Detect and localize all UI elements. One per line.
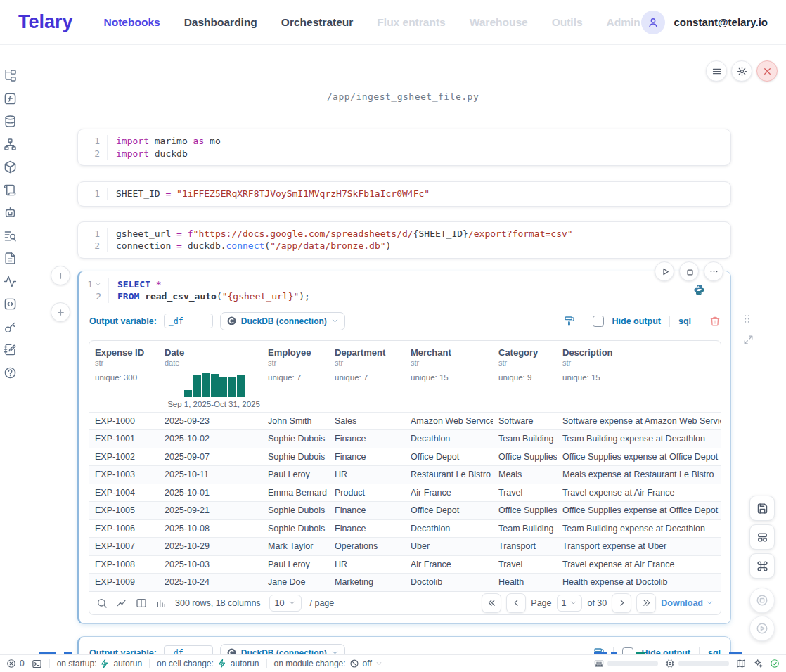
page-number-select[interactable]: 1 bbox=[557, 595, 583, 612]
table-row[interactable]: EXP-10082025-10-03Paul LeroyHRAir France… bbox=[89, 555, 721, 574]
file-tree-icon bbox=[4, 69, 17, 82]
add-cell-below-button[interactable] bbox=[51, 302, 70, 322]
first-page-button[interactable] bbox=[482, 593, 501, 613]
chevron-down-icon bbox=[288, 599, 296, 607]
sidebar-item-help-circle[interactable] bbox=[4, 366, 17, 380]
error-counter[interactable]: 0 bbox=[6, 659, 25, 668]
code-cell-imports[interactable]: 12import marimo as moimport duckdb bbox=[77, 129, 731, 166]
save-notebook-button[interactable] bbox=[749, 496, 775, 521]
split-panel-icon[interactable] bbox=[136, 597, 147, 609]
on-cell-change-setting[interactable]: on cell change: autorun bbox=[157, 659, 259, 668]
ram-usage[interactable] bbox=[594, 659, 658, 668]
sidebar-item-scroll[interactable] bbox=[4, 183, 17, 197]
top-nav: Telary NotebooksDashboardingOrchestrateu… bbox=[0, 0, 786, 45]
run-cell-button[interactable] bbox=[655, 261, 674, 281]
user-menu[interactable]: constant@telary.io bbox=[641, 11, 768, 34]
connection-status[interactable] bbox=[770, 659, 780, 668]
sidebar-item-notebook-pen[interactable] bbox=[4, 343, 17, 356]
cpu-icon bbox=[665, 659, 675, 668]
run-all-button[interactable] bbox=[749, 616, 775, 641]
code-editor[interactable]: 1SHEET_ID = "1iFFEZ5ERqXRF8TJVoySmI1MVqr… bbox=[78, 182, 730, 206]
sidebar-item-function-square[interactable] bbox=[4, 92, 17, 105]
dataframe-table: Expense IDstrunique: 300DatedateSep 1, 2… bbox=[89, 340, 721, 615]
on-module-change-setting[interactable]: on module change: off bbox=[274, 659, 382, 668]
on-startup-setting[interactable]: on startup: autorun bbox=[57, 659, 142, 668]
table-header: Expense IDstrunique: 300DatedateSep 1, 2… bbox=[89, 341, 721, 412]
table-row[interactable]: EXP-10012025-10-02Sophie DuboisFinanceDe… bbox=[89, 429, 721, 448]
search-icon[interactable] bbox=[96, 597, 108, 609]
command-palette-button[interactable] bbox=[749, 553, 775, 579]
cell-more-button[interactable] bbox=[704, 261, 723, 281]
code-editor[interactable]: 12gsheet_url = f"https://docs.google.com… bbox=[78, 222, 730, 258]
sidebar-item-key[interactable] bbox=[4, 321, 17, 334]
table-row[interactable]: EXP-10052025-09-21Sophie DuboisFinanceOf… bbox=[89, 501, 721, 519]
next-page-button[interactable] bbox=[612, 593, 631, 613]
column-header-employee[interactable]: Employeestrunique: 7 bbox=[262, 347, 329, 408]
chart-line-icon[interactable] bbox=[116, 597, 127, 609]
sidebar-item-bot[interactable] bbox=[4, 206, 17, 219]
sidebar-item-activity[interactable] bbox=[4, 275, 17, 288]
sidebar-item-network[interactable] bbox=[4, 138, 17, 151]
drag-handle-icon[interactable] bbox=[742, 314, 752, 324]
prev-page-button[interactable] bbox=[506, 593, 526, 613]
table-body: EXP-10002025-09-23John SmithSalesAmazon … bbox=[89, 412, 721, 591]
delete-cell-icon[interactable] bbox=[709, 316, 721, 327]
table-row[interactable]: EXP-10062025-10-08Sophie DuboisFinanceDe… bbox=[89, 519, 721, 538]
more-icon bbox=[709, 266, 719, 276]
engine-select[interactable]: DuckDB (connection) bbox=[220, 312, 345, 330]
sql-cell[interactable]: 12SELECT *FROM read_csv_auto("{gsheet_ur… bbox=[77, 271, 731, 624]
sql-editor[interactable]: 12SELECT *FROM read_csv_auto("{gsheet_ur… bbox=[79, 271, 730, 309]
last-page-button[interactable] bbox=[636, 593, 656, 613]
sidebar-item-database[interactable] bbox=[4, 115, 17, 128]
table-row[interactable]: EXP-10072025-10-29Mark TaylorOperationsU… bbox=[89, 537, 721, 555]
code-cell-gsheet-url[interactable]: 12gsheet_url = f"https://docs.google.com… bbox=[77, 221, 731, 259]
expand-cell-icon[interactable] bbox=[743, 335, 754, 345]
menu-icon bbox=[711, 66, 722, 77]
sparkles-icon bbox=[753, 659, 763, 668]
column-header-merchant[interactable]: Merchantstrunique: 15 bbox=[405, 347, 493, 408]
column-header-department[interactable]: Departmentstrunique: 7 bbox=[329, 347, 405, 408]
column-header-category[interactable]: Categorystrunique: 9 bbox=[493, 347, 557, 408]
nav-item-dashboarding[interactable]: Dashboarding bbox=[184, 16, 257, 29]
nav-item-notebooks[interactable]: Notebooks bbox=[104, 16, 160, 29]
notebook-menu-button[interactable] bbox=[706, 60, 727, 82]
hide-output-checkbox[interactable] bbox=[593, 316, 604, 327]
sidebar-item-text-search[interactable] bbox=[4, 229, 17, 243]
table-row[interactable]: EXP-10022025-09-07Sophie DuboisFinanceOf… bbox=[89, 448, 721, 466]
code-square-icon bbox=[4, 297, 17, 311]
sidebar-item-file-tree[interactable] bbox=[4, 69, 17, 82]
stop-cell-button[interactable] bbox=[679, 261, 699, 281]
bar-chart-icon[interactable] bbox=[155, 597, 167, 609]
code-cell-sheet-id[interactable]: 1SHEET_ID = "1iFFEZ5ERqXRF8TJVoySmI1MVqr… bbox=[77, 181, 731, 207]
notebook-shutdown-button[interactable] bbox=[756, 60, 778, 82]
ai-assistant-button[interactable] bbox=[753, 659, 763, 668]
fold-chevron-icon[interactable] bbox=[95, 281, 101, 287]
brand-logo[interactable]: Telary bbox=[18, 11, 73, 33]
column-header-date[interactable]: DatedateSep 1, 2025-Oct 31, 2025 bbox=[159, 347, 262, 408]
sidebar-item-package[interactable] bbox=[4, 160, 17, 174]
nav-item-orchestrateur[interactable]: Orchestrateur bbox=[281, 16, 354, 29]
output-variable-input[interactable]: _df bbox=[164, 314, 213, 328]
download-button[interactable]: Download bbox=[661, 598, 714, 608]
format-sql-icon[interactable] bbox=[564, 316, 575, 327]
text-search-icon bbox=[4, 229, 17, 243]
page-label: Page bbox=[531, 598, 551, 608]
table-row[interactable]: EXP-10002025-09-23John SmithSalesAmazon … bbox=[89, 412, 721, 430]
status-bar: 0 on startup: autorun on cell change: au… bbox=[0, 654, 786, 672]
page-size-select[interactable]: 10 bbox=[269, 595, 302, 612]
cpu-usage[interactable] bbox=[665, 659, 729, 668]
stop-all-button[interactable] bbox=[749, 588, 775, 613]
table-row[interactable]: EXP-10042025-10-01Emma BernardProductAir… bbox=[89, 484, 721, 502]
add-cell-above-button[interactable] bbox=[51, 266, 70, 285]
layout-toggle-button[interactable] bbox=[749, 524, 775, 550]
column-header-expense-id[interactable]: Expense IDstrunique: 300 bbox=[89, 347, 159, 408]
sidebar-item-file-text[interactable] bbox=[4, 252, 17, 265]
code-editor[interactable]: 12import marimo as moimport duckdb bbox=[78, 129, 730, 165]
table-row[interactable]: EXP-10092025-10-24Jane DoeMarketingDocto… bbox=[89, 573, 721, 591]
table-row[interactable]: EXP-10032025-10-11Paul LeroyHRRestaurant… bbox=[89, 465, 721, 484]
notebook-settings-button[interactable] bbox=[731, 60, 752, 82]
terminal-button[interactable] bbox=[32, 659, 42, 669]
minimap-button[interactable] bbox=[736, 659, 746, 668]
sidebar-item-code-square[interactable] bbox=[4, 297, 17, 311]
column-header-description[interactable]: Descriptionstrunique: 15 bbox=[557, 347, 721, 408]
